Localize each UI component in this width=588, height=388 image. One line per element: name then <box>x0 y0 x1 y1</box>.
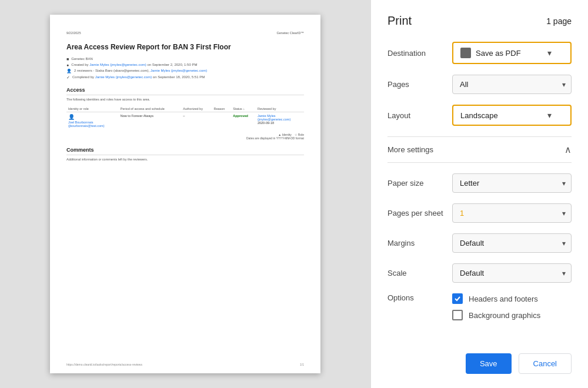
check-icon: ✓ <box>66 75 70 80</box>
destination-select[interactable]: Save as PDF ▾ <box>452 42 572 64</box>
more-settings-label: More settings <box>387 145 433 154</box>
meta-completed: Completed by Jamie Myles (jmyles@genetec… <box>72 75 205 79</box>
reviewers-icon: 👤 <box>66 69 72 73</box>
destination-select-wrapper: Save as PDF ▾ <box>452 42 572 64</box>
company-icon: ■ <box>66 57 69 61</box>
document-page: 9/22/2025 Genetec ClearID™ Area Access R… <box>50 15 320 373</box>
meta-row-1: ■ Genetec BAN <box>66 57 304 61</box>
meta-row-3: 👤 2 reviewers - Siaka Baro (sbaro@genete… <box>66 69 304 73</box>
margins-select[interactable]: Default <box>452 233 572 253</box>
option2-row: Background graphics <box>452 310 540 320</box>
cell-identity: 👤 Joel Bourbonnais(jbourbonnais@test.com… <box>66 112 119 130</box>
paper-size-row: Paper size Letter ▾ <box>387 173 572 193</box>
doc-footer: https://demo.clearid.io/tasks/report/rep… <box>66 363 304 366</box>
headers-footers-checkbox[interactable] <box>452 293 463 304</box>
footer-url: https://demo.clearid.io/tasks/report/rep… <box>66 363 142 366</box>
col-authorized: Authorized by <box>181 106 212 112</box>
paper-size-wrapper: Letter ▾ <box>452 173 572 193</box>
cell-period: Now to Forever Always <box>119 112 181 130</box>
access-section-sub: The following identities and roles have … <box>66 98 304 101</box>
scale-select[interactable]: Default <box>452 263 572 283</box>
margins-label: Margins <box>387 239 452 247</box>
meta-reviewers: 2 reviewers - Siaka Baro (sbaro@genetec.… <box>74 69 207 72</box>
meta-created: Created by Jamie Myles (jmyles@genetec.c… <box>71 63 197 66</box>
doc-date: 9/22/2025 <box>66 31 81 35</box>
meta-row-2: ● Created by Jamie Myles (jmyles@genetec… <box>66 63 304 67</box>
cancel-button[interactable]: Cancel <box>519 353 572 374</box>
background-graphics-label: Background graphics <box>469 311 540 320</box>
preview-area: 9/22/2025 Genetec ClearID™ Area Access R… <box>0 0 370 388</box>
doc-title: Area Access Review Report for BAN 3 Firs… <box>66 43 304 51</box>
col-period: Period of access and schedule <box>119 106 181 112</box>
print-header: Print 1 page <box>387 14 572 28</box>
creator-link[interactable]: Jamie Myles (jmyles@genetec.com) <box>89 63 146 66</box>
pps-select[interactable]: 1 <box>452 203 572 223</box>
destination-row: Destination Save as PDF ▾ <box>387 42 572 64</box>
layout-row: Layout Landscape ▾ <box>387 105 572 126</box>
options-row: Options Headers and footers Background g… <box>387 293 572 320</box>
cell-authorized: – <box>181 112 212 130</box>
pages-label: Pages <box>387 80 452 89</box>
doc-top-bar: 9/22/2025 Genetec ClearID™ <box>66 31 304 35</box>
layout-select-wrapper: Landscape ▾ <box>452 105 572 126</box>
access-section-title: Access <box>66 87 304 95</box>
pages-per-sheet-label: Pages per sheet <box>387 209 452 218</box>
bottom-buttons: Save Cancel <box>387 349 572 374</box>
save-button[interactable]: Save <box>466 353 512 374</box>
clock-icon: ● <box>66 63 69 67</box>
cell-status: Approved <box>231 112 256 130</box>
headers-footers-label: Headers and footers <box>469 295 538 303</box>
col-status: Status ↓ <box>231 106 256 112</box>
margins-wrapper: Default ▾ <box>452 233 572 253</box>
layout-arrow-icon: ▾ <box>547 111 552 120</box>
destination-value: Save as PDF <box>476 49 521 58</box>
col-reason: Reason <box>212 106 231 112</box>
access-table: Identity or role Period of access and sc… <box>66 106 304 129</box>
layout-select[interactable]: Landscape ▾ <box>452 105 572 126</box>
options-label: Options <box>387 293 452 302</box>
print-panel: Print 1 page Destination Save as PDF ▾ P… <box>370 0 588 388</box>
paper-size-select[interactable]: Letter <box>452 173 572 193</box>
pages-per-sheet-row: Pages per sheet 1 ▾ <box>387 203 572 223</box>
pdf-icon <box>460 48 471 58</box>
scale-row: Scale Default ▾ <box>387 263 572 283</box>
chevron-up-icon: ∧ <box>564 144 572 155</box>
destination-arrow-icon: ▾ <box>547 48 552 58</box>
completer-link[interactable]: Jamie Myles (jmyles@genetec.com) <box>95 75 152 79</box>
col-identity: Identity or role <box>66 106 119 112</box>
meta-company: Genetec BAN <box>71 57 93 61</box>
paper-size-label: Paper size <box>387 179 452 188</box>
pps-wrapper: 1 ▾ <box>452 203 572 223</box>
checkmark-icon <box>454 295 461 302</box>
layout-label: Layout <box>387 111 452 120</box>
col-reviewer: Reviewed by <box>256 106 304 112</box>
comments-title: Comments <box>66 147 304 155</box>
options-checkboxes: Headers and footers Background graphics <box>452 293 540 320</box>
option1-row: Headers and footers <box>452 293 540 304</box>
table-row: 👤 Joel Bourbonnais(jbourbonnais@test.com… <box>66 112 304 130</box>
layout-value: Landscape <box>460 111 498 120</box>
print-title: Print <box>387 14 412 28</box>
doc-brand: Genetec ClearID™ <box>277 31 304 35</box>
comments-sub: Additional information or comments left … <box>66 158 304 161</box>
background-graphics-checkbox[interactable] <box>452 310 463 320</box>
destination-label: Destination <box>387 49 452 58</box>
doc-meta: ■ Genetec BAN ● Created by Jamie Myles (… <box>66 57 304 80</box>
margins-row: Margins Default ▾ <box>387 233 572 253</box>
footer-page: 1/1 <box>300 363 304 366</box>
reviewer-link[interactable]: Jamie Myles (jmyles@genetec.com) <box>151 69 207 72</box>
cell-reviewer: Jamie Myles(jmyles@genetec.com)2020-09-1… <box>256 112 304 130</box>
pages-row: Pages All ▾ <box>387 75 572 94</box>
meta-row-4: ✓ Completed by Jamie Myles (jmyles@genet… <box>66 75 304 80</box>
pages-select[interactable]: All <box>452 75 572 94</box>
scale-wrapper: Default ▾ <box>452 263 572 283</box>
print-pages: 1 page <box>546 16 572 26</box>
table-footer: ▲ Identity ☆ Role Dates are displayed in… <box>66 133 304 140</box>
scale-label: Scale <box>387 269 452 277</box>
more-settings-row[interactable]: More settings ∧ <box>387 136 572 163</box>
cell-reason <box>212 112 231 130</box>
pages-select-wrapper: All ▾ <box>452 75 572 94</box>
